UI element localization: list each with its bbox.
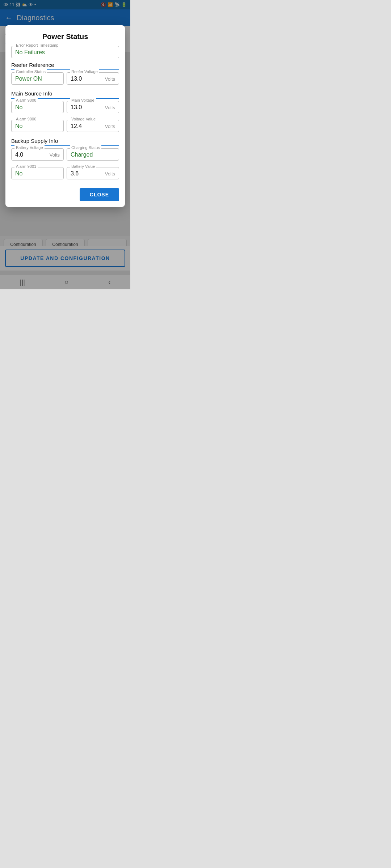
main-voltage-row: 13.0 Volts <box>71 104 115 111</box>
alarm9008-value: No <box>15 104 60 111</box>
main-source-section-header: Main Source Info <box>11 90 119 99</box>
reefer-voltage-field: Reefer Voltage 13.0 Volts <box>67 72 119 85</box>
reefer-row: Controller Status Power ON Reefer Voltag… <box>11 72 119 88</box>
reefer-voltage-label: Reefer Voltage <box>70 69 99 74</box>
battery-voltage-row: 4.0 Volts <box>15 152 60 158</box>
battery-value-row: 3.6 Volts <box>71 170 115 177</box>
voltage-value-label: Voltage Value <box>70 117 97 121</box>
charging-status-value: Charged <box>71 152 115 158</box>
alarm9001-field: Alarm 9001 No <box>11 167 64 179</box>
voltage-value-field: Voltage Value 12.4 Volts <box>67 120 119 132</box>
main-source-row2: Alarm 9000 No Voltage Value 12.4 Volts <box>11 120 119 136</box>
main-source-row1: Alarm 9008 No Main Voltage 13.0 Volts <box>11 101 119 117</box>
modal-title: Power Status <box>11 33 119 41</box>
controller-status-field: Controller Status Power ON <box>11 72 64 85</box>
battery-value-label: Battery Value <box>70 164 96 169</box>
reefer-section-header: Reefer Reference <box>11 62 119 70</box>
main-voltage-unit: Volts <box>105 105 115 110</box>
reefer-voltage-row: 13.0 Volts <box>71 76 115 82</box>
controller-status-label: Controller Status <box>14 69 47 74</box>
backup-supply-row2: Alarm 9001 No Battery Value 3.6 Volts <box>11 167 119 183</box>
alarm9000-label: Alarm 9000 <box>14 117 38 121</box>
alarm9000-value: No <box>15 123 60 129</box>
main-voltage-field: Main Voltage 13.0 Volts <box>67 101 119 113</box>
main-voltage-label: Main Voltage <box>70 98 96 102</box>
battery-value-unit: Volts <box>105 171 115 176</box>
alarm9001-value: No <box>15 170 60 177</box>
battery-value-field: Battery Value 3.6 Volts <box>67 167 119 179</box>
power-status-modal: Power Status Error Report Timestamp No F… <box>5 25 125 207</box>
voltage-value-value: 12.4 <box>71 123 82 129</box>
voltage-value-unit: Volts <box>105 124 115 129</box>
reefer-voltage-unit: Volts <box>105 76 115 82</box>
alarm9008-label: Alarm 9008 <box>14 98 38 102</box>
battery-voltage-value: 4.0 <box>15 152 23 158</box>
battery-voltage-unit: Volts <box>50 152 60 158</box>
error-report-label: Error Report Timestamp <box>14 43 60 47</box>
controller-status-value: Power ON <box>15 76 60 82</box>
alarm9001-label: Alarm 9001 <box>14 164 38 169</box>
battery-voltage-field: Battery Voltage 4.0 Volts <box>11 148 64 161</box>
error-report-value: No Failures <box>15 49 115 56</box>
alarm9000-field: Alarm 9000 No <box>11 120 64 132</box>
modal-overlay: Power Status Error Report Timestamp No F… <box>0 0 130 289</box>
backup-supply-row1: Battery Voltage 4.0 Volts Charging Statu… <box>11 148 119 164</box>
reefer-voltage-value: 13.0 <box>71 76 82 82</box>
error-report-field: Error Report Timestamp No Failures <box>11 46 119 58</box>
close-button[interactable]: CLOSE <box>80 188 119 201</box>
charging-status-label: Charging Status <box>70 145 101 150</box>
backup-supply-section-header: Backup Supply Info <box>11 138 119 146</box>
charging-status-field: Charging Status Charged <box>67 148 119 161</box>
battery-voltage-label: Battery Voltage <box>14 145 45 150</box>
main-voltage-value: 13.0 <box>71 104 82 111</box>
alarm9008-field: Alarm 9008 No <box>11 101 64 113</box>
close-button-row: CLOSE <box>11 188 119 201</box>
voltage-value-row: 12.4 Volts <box>71 123 115 129</box>
battery-value-value: 3.6 <box>71 170 79 177</box>
